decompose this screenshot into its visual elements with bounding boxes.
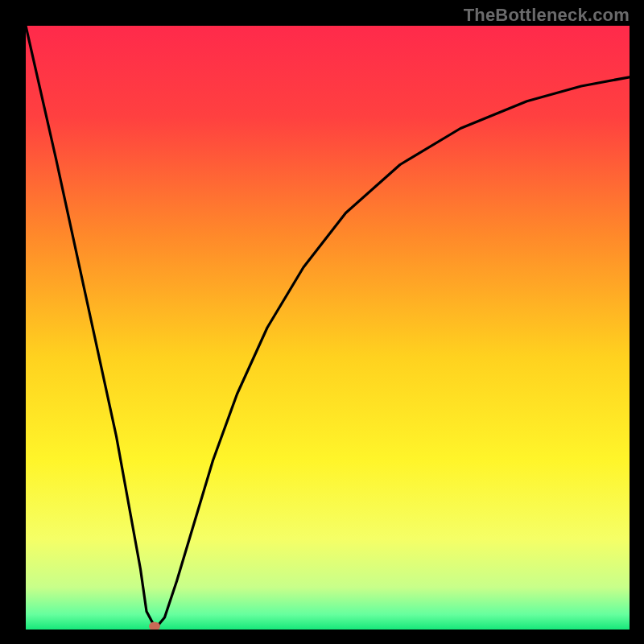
chart-frame: TheBottleneck.com (0, 0, 644, 644)
bottleneck-curve (26, 26, 630, 630)
plot-area (26, 26, 630, 630)
watermark-text: TheBottleneck.com (464, 5, 630, 26)
optimal-point-marker (149, 621, 160, 630)
